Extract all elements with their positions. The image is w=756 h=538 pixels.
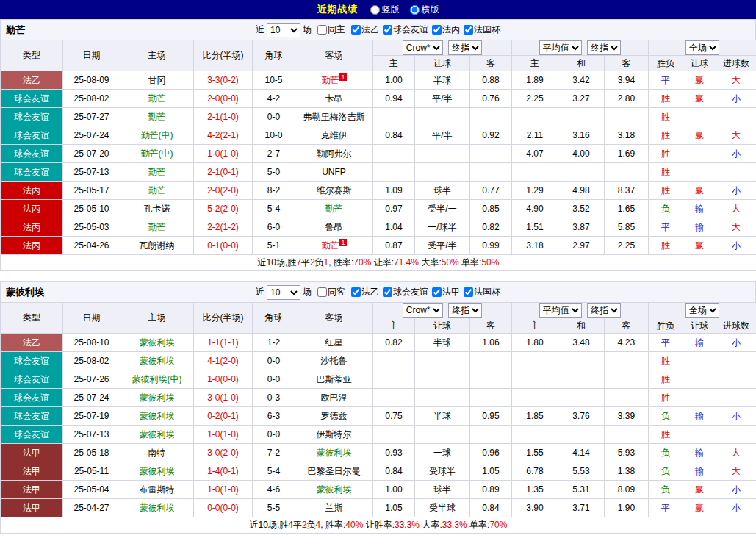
team-name-link[interactable]: 罗德兹 [321, 411, 348, 421]
result-goals-cell: 小 [716, 237, 756, 255]
corner-cell: 1-2 [253, 334, 295, 352]
avg-home-cell [512, 426, 558, 444]
date-cell: 25-07-26 [63, 370, 120, 389]
team-name-link[interactable]: 勤芒 [321, 75, 339, 85]
result-handicap-cell [683, 352, 716, 370]
team-name-link[interactable]: 蒙彼利埃 [140, 356, 175, 366]
team-name-link[interactable]: 鲁昂 [325, 222, 343, 232]
league-filter-checkbox[interactable] [351, 287, 361, 297]
average-select[interactable]: 平均值 [539, 40, 582, 55]
scope-select[interactable]: 全场 [685, 40, 719, 55]
league-filter-球会友谊[interactable]: 球会友谊 [379, 24, 428, 36]
team-name-link[interactable]: 勤芒 [148, 93, 166, 104]
league-filter-法乙[interactable]: 法乙 [348, 24, 379, 36]
team-name-link[interactable]: 南特 [148, 448, 166, 458]
league-filter-checkbox[interactable] [351, 25, 361, 35]
team-name-link[interactable]: 蒙彼利埃 [317, 448, 352, 458]
avg-period-select[interactable]: 终指 [587, 303, 621, 318]
league-filter-checkbox[interactable] [383, 25, 392, 35]
team-name-link[interactable]: 勤芒(中) [141, 130, 173, 140]
scope-select[interactable]: 全场 [685, 303, 719, 318]
average-select[interactable]: 平均值 [539, 303, 582, 318]
team-name-link[interactable]: 蒙彼利埃 [140, 411, 175, 421]
team-name-link[interactable]: 蒙彼利埃 [140, 466, 175, 476]
team-name-link[interactable]: 维尔赛斯 [317, 185, 352, 196]
home-team-cell: 孔卡诺 [120, 200, 194, 218]
bookmaker-select[interactable]: Crow* [403, 303, 443, 318]
team-name-link[interactable]: 蒙彼利埃 [140, 392, 175, 403]
col-header-result-wdl: 胜负 [649, 318, 683, 334]
team-name-link[interactable]: 蒙彼利埃 [317, 484, 352, 495]
avg-period-select[interactable]: 终指 [587, 40, 621, 55]
avg-home-cell: 1.85 [512, 407, 558, 426]
result-goals-cell: 小 [716, 145, 756, 163]
team-name-link[interactable]: 蒙彼利埃(中) [132, 374, 182, 384]
team-name-link[interactable]: 弗勒里梅洛吉斯 [303, 112, 365, 122]
match-count-select[interactable]: 10 [267, 23, 300, 37]
team-name-link[interactable]: 瓦朗谢纳 [140, 240, 175, 251]
league-filter-checkbox[interactable] [432, 25, 442, 35]
team-name-link[interactable]: 勤芒 [325, 204, 343, 214]
team-name-link[interactable]: 卡昂 [325, 93, 343, 104]
league-cell: 球会友谊 [1, 389, 63, 407]
team-name-link[interactable]: 勤芒(中) [141, 148, 173, 159]
avg-draw-cell: 3.27 [558, 90, 605, 108]
team-name-link[interactable]: 勤芒 [148, 185, 166, 196]
layout-radio-vertical[interactable]: 竖版 [370, 4, 400, 16]
league-filter-球会友谊[interactable]: 球会友谊 [379, 286, 428, 298]
league-filter-checkbox[interactable] [432, 287, 442, 297]
avg-away-cell [605, 352, 649, 370]
team-name-link[interactable]: 巴斯蒂亚 [317, 374, 352, 384]
team-name-link[interactable]: 伊斯特尔 [317, 429, 352, 440]
corner-cell: 0-3 [253, 389, 295, 407]
league-filter-checkbox[interactable] [464, 25, 473, 35]
match-row: 法丙25-05-03勤芒2-2(1-2)6-0鲁昂1.04一/球半0.821.5… [1, 218, 756, 237]
same-venue-checkbox[interactable] [317, 25, 327, 35]
home-team-cell: 蒙彼利埃 [120, 499, 194, 517]
same-venue-filter[interactable]: 同客 [314, 286, 345, 298]
team-name-link[interactable]: 布雷斯特 [140, 484, 175, 495]
team-name-link[interactable]: 蒙彼利埃 [140, 337, 175, 348]
league-filter-法国杯[interactable]: 法国杯 [460, 24, 500, 36]
team-name-link[interactable]: 巴黎圣日尔曼 [308, 466, 361, 476]
team-name-link[interactable]: 勤芒 [148, 222, 166, 232]
league-filter-法丙[interactable]: 法丙 [428, 24, 460, 36]
league-filter-法国杯[interactable]: 法国杯 [460, 286, 500, 298]
summary-stat-value: 50% [442, 257, 459, 268]
home-team-cell: 蒙彼利埃 [120, 334, 194, 352]
team-name-link[interactable]: 勤芒 [321, 240, 339, 251]
team-name-link[interactable]: 孔卡诺 [144, 204, 170, 214]
team-name-link[interactable]: 勤芒 [148, 112, 166, 122]
league-filter-法甲[interactable]: 法甲 [428, 286, 460, 298]
team-name-link[interactable]: 甘冈 [148, 75, 166, 85]
same-venue-filter[interactable]: 同主 [314, 24, 345, 36]
odds-group-header: Crow* 终指 [373, 40, 512, 56]
layout-radio-input[interactable] [410, 5, 420, 15]
league-filter-checkbox[interactable] [464, 287, 473, 297]
away-team-cell: 勤芒 [295, 200, 373, 218]
layout-radio-horizontal[interactable]: 横版 [410, 4, 439, 16]
team-name-link[interactable]: 蒙彼利埃 [140, 429, 175, 440]
odds-period-select[interactable]: 终指 [448, 303, 482, 318]
league-filter-checkbox[interactable] [383, 287, 392, 297]
team-name-link[interactable]: 蒙彼利埃 [140, 503, 175, 513]
team-name-link[interactable]: UNFP [322, 167, 346, 177]
team-name-link[interactable]: 欧巴涅 [321, 392, 348, 403]
result-goals-cell: 大 [716, 126, 756, 145]
league-filter-法乙[interactable]: 法乙 [348, 286, 379, 298]
team-name-link[interactable]: 勤芒 [148, 167, 166, 177]
col-header-type: 类型 [1, 40, 63, 71]
team-name-link[interactable]: 兰斯 [325, 503, 343, 513]
match-count-select[interactable]: 10 [267, 285, 300, 300]
odds-period-select[interactable]: 终指 [448, 40, 482, 55]
team-name-link[interactable]: 克维伊 [321, 130, 348, 140]
odds-handicap-cell: 受半/一 [415, 200, 470, 218]
team-name-link[interactable]: 勒阿弗尔 [317, 148, 352, 159]
same-venue-checkbox[interactable] [317, 287, 327, 297]
odds-away-cell [470, 389, 512, 407]
team-name-link[interactable]: 红星 [325, 337, 343, 348]
team-name-link[interactable]: 沙托鲁 [321, 356, 348, 366]
result-goals-cell: 小 [716, 407, 756, 426]
layout-radio-input[interactable] [370, 5, 380, 15]
bookmaker-select[interactable]: Crow* [403, 40, 443, 55]
